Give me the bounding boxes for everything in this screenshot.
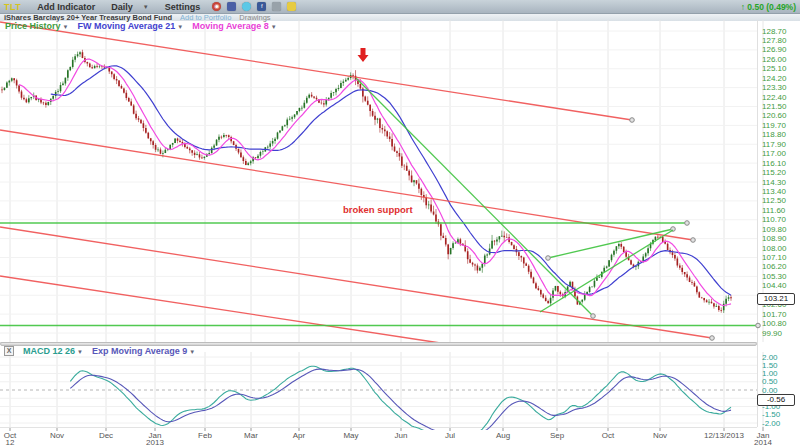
last-price-badge: 103.21 [757,293,795,305]
macd-axis-labels: 2.001.501.000.500.00-1.00-1.50-2.00 [762,353,781,428]
svg-text:107.10: 107.10 [762,253,787,262]
svg-text:Jun: Jun [395,431,408,440]
svg-text:109.80: 109.80 [762,225,787,234]
chevron-down-icon[interactable]: ▼ [77,349,83,355]
svg-text:2014: 2014 [754,438,772,445]
svg-text:99.90: 99.90 [762,329,783,338]
svg-text:Mar: Mar [244,431,258,440]
svg-text:117.00: 117.00 [762,149,786,158]
svg-text:122.40: 122.40 [762,93,787,102]
svg-text:12: 12 [6,438,15,445]
svg-text:124.20: 124.20 [762,74,787,83]
svg-text:Sep: Sep [550,431,565,440]
chevron-down-icon[interactable]: ▼ [189,349,195,355]
svg-text:120.60: 120.60 [762,111,787,120]
svg-text:116.10: 116.10 [762,159,786,168]
price-panel-legend: Price History▼ FW Moving Average 21▼ Mov… [5,21,277,31]
svg-text:104.40: 104.40 [762,281,787,290]
svg-text:Apr: Apr [293,431,306,440]
macd-value-badge: -0.56 [757,394,795,406]
legend-exp-moving-average-9[interactable]: Exp Moving Average 9▼ [92,346,195,356]
svg-text:111.60: 111.60 [762,206,786,215]
svg-text:Dec: Dec [99,431,113,440]
svg-text:127.80: 127.80 [762,36,787,45]
svg-text:2013: 2013 [146,438,164,445]
svg-text:-2.00: -2.00 [762,419,781,428]
svg-text:Nov: Nov [50,431,64,440]
ma-21-line [51,66,731,295]
close-icon[interactable]: X [4,346,14,356]
legend-moving-average-8[interactable]: Moving Average 8▼ [192,21,276,31]
svg-text:118.80: 118.80 [762,130,786,139]
svg-text:114.30: 114.30 [762,178,786,187]
svg-text:112.50: 112.50 [762,196,786,205]
svg-text:128.70: 128.70 [762,27,787,36]
svg-text:Jul: Jul [445,431,455,440]
svg-text:113.40: 113.40 [762,187,786,196]
svg-text:123.30: 123.30 [762,83,787,92]
legend-macd[interactable]: MACD 12 26▼ [23,346,83,356]
svg-text:126.00: 126.00 [762,55,787,64]
svg-text:May: May [343,431,358,440]
svg-text:Aug: Aug [496,431,510,440]
svg-text:121.50: 121.50 [762,102,787,111]
chevron-down-icon[interactable]: ▼ [177,24,183,30]
svg-text:125.10: 125.10 [762,64,787,73]
x-axis-labels: Oct12NovDecJan2013FebMarAprMayJunJulAugS… [4,431,773,445]
svg-text:108.90: 108.90 [762,234,787,243]
svg-text:119.70: 119.70 [762,121,786,130]
svg-text:Oct: Oct [602,431,615,440]
svg-text:110.70: 110.70 [762,215,786,224]
svg-text:117.90: 117.90 [762,140,786,149]
legend-moving-average-21[interactable]: FW Moving Average 21▼ [77,21,183,31]
svg-text:Feb: Feb [198,431,212,440]
charting-app-window: TLT Add Indicator Daily ▼ Settings ◉f ↑ … [0,0,800,445]
svg-text:115.20: 115.20 [762,168,786,177]
legend-price-history[interactable]: Price History▼ [5,21,68,31]
svg-text:101.70: 101.70 [762,310,787,319]
svg-text:105.30: 105.30 [762,272,787,281]
chevron-down-icon[interactable]: ▼ [63,24,69,30]
svg-text:126.90: 126.90 [762,45,787,54]
chevron-down-icon[interactable]: ▼ [271,24,277,30]
svg-text:Nov: Nov [653,431,667,440]
svg-text:100.80: 100.80 [762,319,787,328]
chart-canvas: Oct12NovDecJan2013FebMarAprMayJunJulAugS… [0,0,800,445]
broken-support-label: broken support [343,204,414,215]
svg-text:108.00: 108.00 [762,244,787,253]
macd-panel-legend: X MACD 12 26▼ Exp Moving Average 9▼ [4,346,195,356]
price-axis-labels: 128.70127.80126.90126.00125.10124.20123.… [762,27,787,338]
svg-text:12/13/2013: 12/13/2013 [704,431,745,440]
svg-text:106.20: 106.20 [762,262,787,271]
